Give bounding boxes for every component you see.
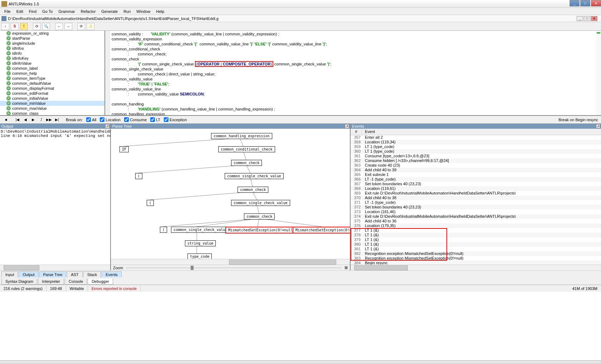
output-content[interactable]: D:\DevRoot\IndustrialMobileAutomation\Ha… (0, 129, 110, 265)
parsetree-node[interactable]: common_single_check_value (225, 173, 284, 179)
menu-help[interactable]: Help (153, 9, 167, 14)
rule-item[interactable]: PidInfo (0, 51, 104, 56)
event-row[interactable]: 384Begin resync (351, 261, 601, 265)
event-row[interactable]: 358Location (119,34) (351, 140, 601, 144)
find-button[interactable]: 🔍 (42, 23, 50, 30)
events-hscroll[interactable] (351, 265, 601, 270)
parsetree-node[interactable]: ( (147, 200, 154, 206)
close-button[interactable]: ✕ (591, 0, 601, 6)
rule-item[interactable]: PsingleInclude (0, 41, 104, 46)
event-row[interactable]: 369Exit rule D:\DevRoot\IndustrialMobile… (351, 191, 601, 196)
event-row[interactable]: 379LT 1 (&) (351, 237, 601, 242)
doc-restore[interactable]: □ (584, 16, 590, 21)
debug-tab-events[interactable]: Events (102, 271, 122, 277)
debug-end[interactable]: ▶| (54, 117, 60, 123)
debug-back[interactable]: ◀ (22, 117, 29, 123)
event-row[interactable]: 370Add child 40 to 38 (351, 196, 601, 200)
parsetree-hscroll[interactable] (111, 259, 350, 265)
debug-rewind[interactable]: |◀ (14, 117, 21, 123)
rule-item[interactable]: PstartParse (0, 36, 104, 41)
events-table[interactable]: # Event 357Enter alt 2358Location (119,3… (351, 129, 601, 265)
check-consume[interactable]: Consume (124, 117, 147, 122)
wand-button[interactable]: ✨ (87, 23, 94, 30)
doc-minimize[interactable]: _ (577, 16, 583, 21)
rule-item[interactable]: PidInfoKey (0, 56, 104, 61)
event-row[interactable]: 364Add child 40 to 39 (351, 168, 601, 172)
debug-tab-output[interactable]: Output (19, 271, 38, 277)
menu-refactor[interactable]: Refactor (78, 9, 99, 14)
parsetree-detach[interactable]: ↗ (345, 124, 349, 128)
check-all[interactable]: All (86, 117, 96, 122)
event-row[interactable]: 374Exit rule D:\DevRoot\IndustrialMobile… (351, 214, 601, 219)
col-num-header[interactable]: # (351, 129, 362, 135)
prev-button[interactable]: ← (55, 23, 63, 30)
menu-edit[interactable]: Edit (14, 9, 26, 14)
event-row[interactable]: 378LT 1 (&) (351, 233, 601, 237)
event-row[interactable]: 375Add child 40 to 36 (351, 219, 601, 223)
view-tab-interpreter[interactable]: Interpreter (38, 279, 64, 285)
rule-item[interactable]: Pcommon_maxValue (0, 106, 104, 111)
refresh-button[interactable]: ⟳ (33, 23, 41, 30)
menu-goto[interactable]: Go To (39, 9, 55, 14)
event-row[interactable]: 365Exit subrule 1 (351, 172, 601, 177)
zoom-slider[interactable] (126, 267, 342, 269)
view-tab-debugger[interactable]: Debugger (88, 279, 113, 285)
zoom-fit-icon[interactable]: ⊞ (345, 265, 348, 270)
event-row[interactable]: 382Recognition exception MismatchedSetEx… (351, 251, 601, 256)
parsetree-node[interactable]: common_handling_expression (211, 133, 272, 139)
event-row[interactable]: 359LT 1 (type_code) (351, 144, 601, 149)
rule-tree[interactable]: Pexpression_or_stringPstartParsePsingleI… (0, 31, 105, 115)
parsetree-node[interactable]: type_code (187, 254, 212, 259)
rule-item[interactable]: Pcommon_itemType (0, 76, 104, 81)
rule-item[interactable]: Pcommon_initialValue (0, 96, 104, 101)
code-minimap[interactable] (596, 31, 601, 115)
rule-item[interactable]: Pcommon_class (0, 111, 104, 115)
maximize-button[interactable]: □ (580, 0, 590, 6)
parsetree-node[interactable]: common_check (244, 213, 275, 220)
check-location[interactable]: Location (100, 117, 121, 122)
check-exception[interactable]: Exception (164, 117, 187, 122)
rule-item[interactable]: Pcommon_editFormat (0, 91, 104, 96)
check-lt[interactable]: LT (150, 117, 160, 122)
parsetree-node[interactable]: MismatchedSetException(0!=null) (225, 227, 298, 233)
output-detach[interactable]: ↗ (105, 124, 109, 128)
debug-tab-input[interactable]: Input (1, 271, 18, 277)
view-tab-syntax-diagram[interactable]: Syntax Diagram (1, 279, 37, 285)
view-tab-console[interactable]: Console (65, 279, 87, 285)
event-row[interactable]: 373Location (181,46) (351, 210, 601, 214)
debug-stop[interactable]: ■ (3, 117, 9, 123)
parsetree-node[interactable]: string_value (185, 240, 216, 246)
code-content[interactable]: common_validity : 'VALIDITY' (common_val… (105, 31, 601, 115)
parsetree-canvas[interactable]: common_handling_expressionIFcommon_condi… (111, 129, 350, 259)
rule-item[interactable]: Pcommon_help (0, 71, 104, 76)
parsetree-node[interactable]: IF (119, 146, 129, 152)
menu-generate[interactable]: Generate (98, 9, 121, 14)
events-detach[interactable]: ↗ (596, 124, 600, 128)
event-row[interactable]: 380LT 1 (&) (351, 242, 601, 247)
debug-tab-parse-tree[interactable]: Parse Tree (39, 271, 67, 277)
rule-item[interactable]: PidInfoValue (0, 61, 104, 66)
syntax-button[interactable]: S (11, 23, 19, 30)
event-row[interactable]: 366LT -1 (type_code) (351, 177, 601, 182)
debug-tab-stack[interactable]: Stack (83, 271, 101, 277)
event-row[interactable]: 381LT 1 (&) (351, 247, 601, 251)
parsetree-node[interactable]: common_check (231, 160, 262, 166)
debug-tab-ast[interactable]: AST (67, 271, 82, 277)
parsetree-node[interactable]: MismatchedSetException(0!=null) (293, 227, 350, 233)
event-row[interactable]: 377LT 1 (&) (351, 228, 601, 233)
minimize-button[interactable]: _ (570, 0, 580, 6)
output-hscroll[interactable] (0, 265, 110, 270)
debug-fast[interactable]: ▶▶ (46, 117, 52, 123)
event-row[interactable]: 362Consume hidden [ /<33>,channel=99,6:1… (351, 158, 601, 163)
event-row[interactable]: 367Set token boundaries 40 (23,23) (351, 182, 601, 186)
debug-step[interactable]: ⤴ (38, 117, 44, 123)
debug-play[interactable]: ▶ (30, 117, 36, 123)
next-button[interactable]: → (64, 23, 72, 30)
rule-item[interactable]: Pcommon_label (0, 66, 104, 71)
rule-item[interactable]: Pexpression_or_string (0, 31, 104, 36)
menu-find[interactable]: Find (26, 9, 39, 14)
event-row[interactable]: 376Location (179,35) (351, 223, 601, 228)
menu-run[interactable]: Run (121, 9, 133, 14)
event-row[interactable]: 372Set token boundaries 40 (23,23) (351, 205, 601, 210)
event-row[interactable]: 368Location (119,61) (351, 186, 601, 191)
